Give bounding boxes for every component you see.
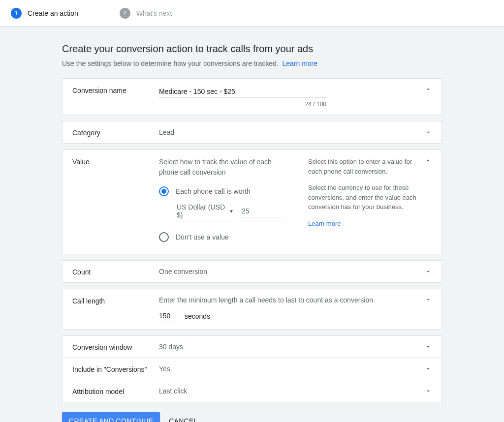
count-value: One conversion — [159, 268, 425, 275]
help-text-2: Select the currency to use for these con… — [308, 183, 425, 212]
currency-select[interactable]: US Dollar (USD $) ▼ — [176, 201, 235, 221]
value-help-panel: Select this option to enter a value for … — [298, 157, 425, 247]
call-length-label: Call length — [72, 296, 159, 305]
chevron-up-icon — [425, 296, 432, 303]
conversion-window-card[interactable]: Conversion window 30 days — [62, 335, 442, 358]
radio-selected-icon — [159, 186, 169, 196]
radio-no-value[interactable]: Don't use a value — [159, 232, 288, 242]
include-conversions-label: Include in "Conversions" — [72, 364, 159, 373]
action-bar: CREATE AND CONTINUE CANCEL — [62, 412, 442, 422]
call-length-description: Enter the minimum length a call needs to… — [159, 296, 425, 304]
expand-toggle[interactable] — [425, 365, 432, 372]
cancel-button[interactable]: CANCEL — [169, 417, 198, 422]
chevron-down-icon — [425, 268, 432, 275]
conversion-window-label: Conversion window — [72, 342, 159, 351]
value-description: Select how to track the value of each ph… — [159, 157, 288, 178]
step-1-label: Create an action — [28, 9, 78, 17]
step-1-circle: 1 — [11, 8, 22, 19]
page-subtitle: Use the settings below to determine how … — [62, 60, 442, 67]
radio-none-label: Don't use a value — [176, 233, 229, 241]
value-label: Value — [72, 157, 159, 166]
value-card: Value Select how to track the value of e… — [62, 150, 442, 254]
chevron-up-icon — [425, 157, 432, 164]
chevron-down-icon — [425, 129, 432, 136]
stepper-bar: 1 Create an action 2 What's next — [0, 0, 504, 27]
chevron-down-icon — [425, 388, 432, 394]
include-conversions-card[interactable]: Include in "Conversions" Yes — [62, 358, 442, 380]
page-title: Create your conversion action to track c… — [62, 43, 442, 55]
radio-unselected-icon — [159, 232, 169, 242]
collapse-toggle[interactable] — [425, 86, 432, 92]
step-2-circle: 2 — [120, 8, 130, 19]
attribution-model-card[interactable]: Attribution model Last click — [62, 380, 442, 402]
expand-toggle[interactable] — [425, 388, 432, 394]
call-length-input[interactable] — [159, 310, 178, 322]
count-card[interactable]: Count One conversion — [62, 260, 442, 283]
chevron-down-icon — [425, 365, 432, 372]
seconds-label: seconds — [185, 312, 210, 320]
conversion-name-card: Conversion name 24 / 100 — [62, 78, 442, 115]
count-label: Count — [72, 267, 159, 276]
step-whats-next[interactable]: 2 What's next — [120, 8, 172, 19]
conversion-name-input[interactable] — [159, 86, 326, 98]
conversion-name-label: Conversion name — [72, 86, 159, 94]
expand-toggle[interactable] — [425, 268, 432, 275]
help-text-1: Select this option to enter a value for … — [308, 157, 425, 176]
expand-toggle[interactable] — [425, 129, 432, 136]
expand-toggle[interactable] — [425, 343, 432, 350]
radio-each-call[interactable]: Each phone call is worth — [159, 186, 288, 196]
category-value: Lead — [159, 128, 425, 136]
step-create-action[interactable]: 1 Create an action — [11, 8, 78, 19]
char-count: 24 / 100 — [159, 101, 326, 108]
chevron-up-icon — [425, 86, 432, 92]
attribution-model-label: Attribution model — [72, 387, 159, 395]
step-2-label: What's next — [136, 9, 172, 17]
dropdown-icon: ▼ — [229, 209, 234, 214]
page-subtitle-text: Use the settings below to determine how … — [62, 60, 279, 67]
value-learn-more-link[interactable]: Learn more — [308, 220, 341, 227]
radio-each-label: Each phone call is worth — [176, 187, 251, 195]
include-conversions-value: Yes — [159, 365, 425, 373]
category-label: Category — [72, 128, 159, 137]
call-length-card: Call length Enter the minimum length a c… — [62, 289, 442, 330]
collapse-toggle[interactable] — [425, 157, 432, 164]
currency-value: US Dollar (USD $) — [177, 203, 229, 219]
category-card[interactable]: Category Lead — [62, 121, 442, 144]
step-connector — [85, 13, 113, 13]
page-content: Create your conversion action to track c… — [0, 27, 504, 422]
collapse-toggle[interactable] — [425, 296, 432, 303]
chevron-down-icon — [425, 343, 432, 350]
create-and-continue-button[interactable]: CREATE AND CONTINUE — [62, 412, 160, 422]
conversion-window-value: 30 days — [159, 343, 425, 351]
learn-more-link[interactable]: Learn more — [282, 60, 317, 67]
value-amount-input[interactable] — [241, 205, 285, 217]
attribution-model-value: Last click — [159, 387, 425, 395]
